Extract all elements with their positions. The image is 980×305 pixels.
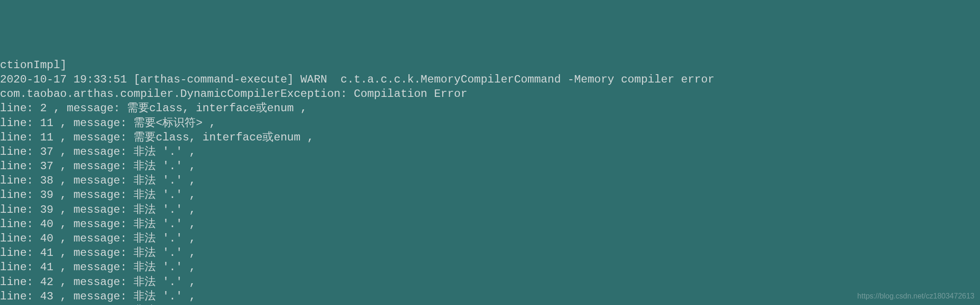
log-warn-line: 2020-10-17 19:33:51 [arthas-command-exec… [0,72,980,87]
partial-top-line: ctionImpl] [0,58,980,72]
compiler-error-list: line: 2 , message: 需要class, interface或en… [0,102,314,305]
terminal-output: ctionImpl]2020-10-17 19:33:51 [arthas-co… [0,58,980,305]
exception-line: com.taobao.arthas.compiler.DynamicCompil… [0,87,980,101]
watermark-text: https://blog.csdn.net/cz1803472613 [857,292,974,301]
